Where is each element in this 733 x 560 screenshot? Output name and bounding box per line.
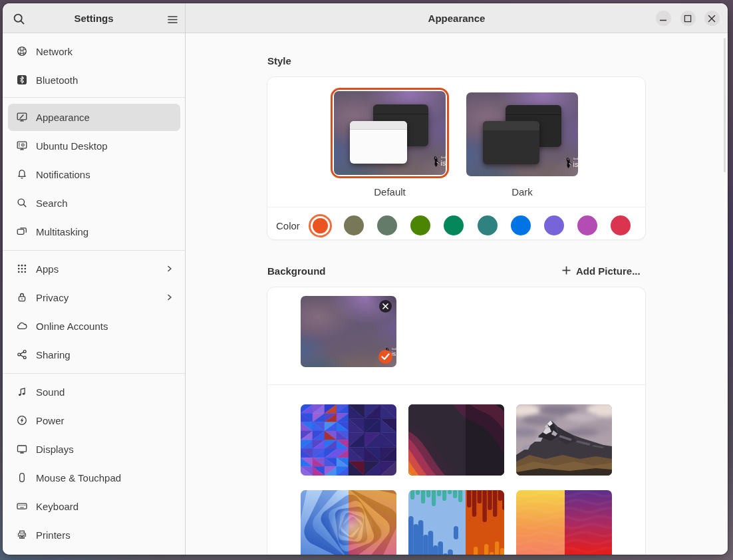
svg-text:is…: is… [441, 159, 446, 167]
svg-text:is…: is… [573, 160, 578, 168]
